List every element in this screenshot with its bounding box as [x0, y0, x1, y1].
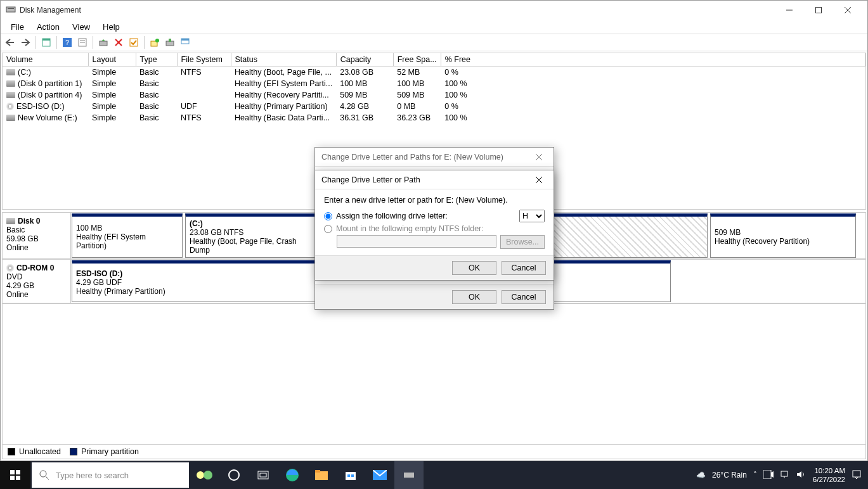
svg-rect-15 — [100, 41, 107, 46]
svg-rect-21 — [166, 41, 174, 46]
minimize-button[interactable] — [775, 1, 804, 20]
col-layout[interactable]: Layout — [88, 53, 136, 66]
partition[interactable]: (C:)23.08 GB NTFSHealthy (Boot, Page Fil… — [185, 213, 315, 258]
tray-meet-icon[interactable] — [763, 470, 774, 481]
dialog2-ok-button[interactable]: OK — [452, 261, 496, 275]
task-cortana-icon[interactable] — [219, 461, 249, 489]
view-icon[interactable] — [39, 35, 53, 49]
change-letter-path-dialog: Change Drive Letter or Path Enter a new … — [314, 170, 554, 281]
tray-volume-icon[interactable] — [796, 470, 806, 481]
titlebar[interactable]: Disk Management — [1, 1, 867, 20]
svg-line-34 — [46, 476, 49, 479]
new-partition-icon[interactable] — [148, 35, 162, 49]
help-icon[interactable]: ? — [60, 35, 74, 49]
delete-icon[interactable] — [112, 35, 126, 49]
volume-row[interactable]: (Disk 0 partition 4)SimpleBasicHealthy (… — [3, 89, 865, 101]
partition[interactable]: 509 MBHealthy (Recovery Partition) — [710, 213, 856, 258]
assign-letter-radio[interactable] — [324, 212, 332, 220]
weather-icon[interactable]: ☁️ — [696, 471, 706, 479]
dialog1-ok-button[interactable]: OK — [452, 290, 496, 304]
svg-rect-44 — [347, 474, 350, 477]
menu-file[interactable]: File — [4, 21, 30, 33]
col-volume[interactable]: Volume — [3, 53, 88, 66]
search-placeholder: Type here to search — [56, 471, 129, 480]
weather-text[interactable]: 26°C Rain — [712, 471, 747, 479]
mount-folder-row[interactable]: Mount in the following empty NTFS folder… — [324, 224, 545, 233]
mount-folder-radio[interactable] — [324, 225, 332, 233]
legend-unalloc-swatch — [8, 448, 15, 455]
legend-unalloc-label: Unallocated — [19, 447, 61, 456]
col-fs[interactable]: File System — [177, 53, 231, 66]
refresh-icon[interactable] — [96, 35, 110, 49]
svg-rect-41 — [315, 471, 328, 480]
volume-row[interactable]: New Volume (E:)SimpleBasicNTFSHealthy (B… — [3, 112, 865, 124]
task-diskmgmt-icon[interactable] — [394, 461, 424, 489]
svg-rect-18 — [130, 39, 138, 46]
svg-point-36 — [204, 471, 212, 479]
start-button[interactable] — [0, 461, 30, 489]
svg-rect-1 — [8, 8, 14, 9]
attach-vhd-icon[interactable] — [163, 35, 177, 49]
tray-network-icon[interactable] — [780, 470, 790, 481]
svg-rect-45 — [351, 474, 354, 477]
maximize-button[interactable] — [804, 1, 833, 20]
svg-rect-3 — [816, 8, 822, 13]
back-icon[interactable] — [3, 35, 17, 49]
dialog1-cancel-button[interactable]: Cancel — [502, 290, 546, 304]
col-status[interactable]: Status — [231, 53, 336, 66]
dialog2-title: Change Drive Letter or Path — [321, 175, 420, 184]
check-icon[interactable] — [127, 35, 141, 49]
volume-row[interactable]: (Disk 0 partition 1)SimpleBasicHealthy (… — [3, 78, 865, 89]
svg-rect-32 — [16, 476, 20, 480]
col-pct[interactable]: % Free — [441, 53, 865, 66]
disk-header[interactable]: CD-ROM 0DVD4.29 GBOnline — [3, 260, 71, 303]
menu-help[interactable]: Help — [96, 21, 126, 33]
drive-letter-select[interactable]: H — [519, 210, 545, 222]
menu-view[interactable]: View — [66, 21, 96, 33]
window-title: Disk Management — [20, 6, 81, 15]
search-box[interactable]: Type here to search — [32, 462, 189, 488]
svg-rect-24 — [181, 39, 189, 41]
task-edge-icon[interactable] — [278, 461, 307, 489]
detach-vhd-icon[interactable] — [178, 35, 192, 49]
col-free[interactable]: Free Spa... — [393, 53, 441, 66]
properties-icon[interactable] — [75, 35, 89, 49]
clock-date: 6/27/2022 — [813, 475, 845, 484]
disk-header[interactable]: Disk 0Basic59.98 GBOnline — [3, 213, 71, 259]
search-icon — [39, 470, 49, 480]
dialog1-titlebar[interactable]: Change Drive Letter and Paths for E: (Ne… — [315, 148, 554, 167]
toolbar: ? — [1, 34, 867, 51]
svg-rect-39 — [260, 473, 266, 477]
task-store-icon[interactable] — [336, 461, 365, 489]
dialog2-cancel-button[interactable]: Cancel — [502, 261, 546, 275]
col-capacity[interactable]: Capacity — [336, 53, 393, 66]
svg-point-35 — [197, 471, 204, 479]
tray-chevron-icon[interactable]: ˄ — [753, 471, 757, 479]
disk-icon — [6, 69, 15, 75]
task-widgets-icon[interactable] — [190, 461, 219, 489]
col-type[interactable]: Type — [136, 53, 177, 66]
task-view-icon[interactable] — [249, 461, 278, 489]
partition[interactable]: 100 MBHealthy (EFI System Partition) — [72, 213, 183, 258]
menu-action[interactable]: Action — [30, 21, 66, 33]
task-mail-icon[interactable] — [365, 461, 394, 489]
close-button[interactable] — [833, 1, 862, 20]
legend: Unallocated Primary partition — [3, 444, 865, 459]
assign-letter-row[interactable]: Assign the following drive letter: H — [324, 210, 545, 222]
disk-icon — [6, 92, 15, 98]
task-explorer-icon[interactable] — [307, 461, 336, 489]
svg-rect-29 — [10, 470, 15, 474]
svg-rect-0 — [6, 7, 15, 12]
clock[interactable]: 10:20 AM 6/27/2022 — [813, 466, 845, 484]
svg-text:?: ? — [65, 39, 69, 46]
volume-row[interactable]: (C:)SimpleBasicNTFSHealthy (Boot, Page F… — [3, 66, 865, 78]
dialog2-close-icon[interactable] — [531, 172, 547, 188]
tray-notifications-icon[interactable] — [852, 469, 862, 481]
dialog1-close-icon[interactable] — [531, 149, 547, 165]
clock-time: 10:20 AM — [813, 466, 845, 475]
system-tray: ☁️ 26°C Rain ˄ 10:20 AM 6/27/2022 — [690, 466, 868, 484]
cd-icon — [6, 103, 14, 110]
forward-icon[interactable] — [18, 35, 32, 49]
volume-row[interactable]: ESD-ISO (D:)SimpleBasicUDFHealthy (Prima… — [3, 101, 865, 112]
dialog2-titlebar[interactable]: Change Drive Letter or Path — [315, 170, 554, 189]
